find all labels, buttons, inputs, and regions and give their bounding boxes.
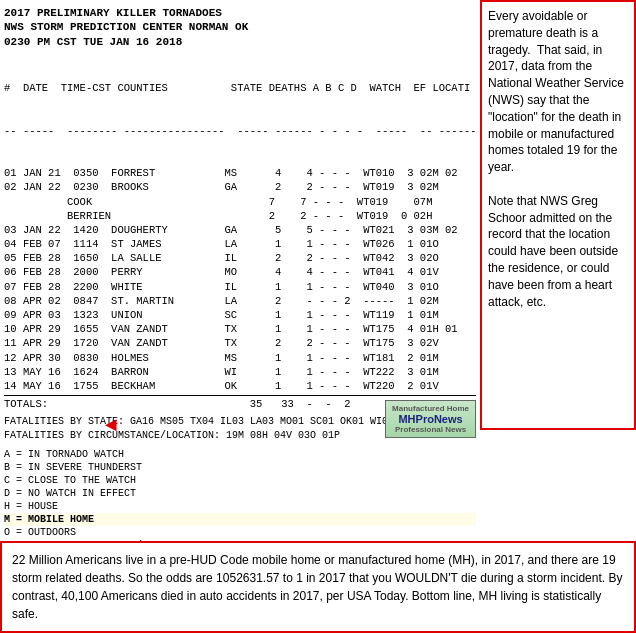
table-row: 07 FEB 28 2200 WHITE IL 1 1 - - - WT040 … (4, 280, 476, 294)
legend-item: B = IN SEVERE THUNDERST (4, 461, 476, 474)
table-row: BERRIEN 2 2 - - - WT019 0 02H (4, 209, 476, 223)
table-header: # DATE TIME-CST COUNTIES STATE DEATHS A … (4, 53, 476, 166)
legend-item: C = CLOSE TO THE WATCH (4, 474, 476, 487)
table-row: 14 MAY 16 1755 BECKHAM OK 1 1 - - - WT22… (4, 379, 476, 393)
table-row: 06 FEB 28 2000 PERRY MO 4 4 - - - WT041 … (4, 265, 476, 279)
table-row: COOK 7 7 - - - WT019 07M (4, 195, 476, 209)
table-row: 04 FEB 07 1114 ST JAMES LA 1 1 - - - WT0… (4, 237, 476, 251)
table-body: 01 JAN 21 0350 FORREST MS 4 4 - - - WT01… (4, 166, 476, 393)
title-line1: 2017 PRELIMINARY KILLER TORNADOES (4, 6, 476, 20)
legend-item: M = MOBILE HOME (4, 513, 476, 526)
right-panel-text: Every avoidable or premature death is a … (488, 9, 627, 309)
bottom-panel: 22 Million Americans live in a pre-HUD C… (0, 541, 636, 633)
table-row: 12 APR 30 0830 HOLMES MS 1 1 - - - WT181… (4, 351, 476, 365)
legend-item: O = OUTDOORS (4, 526, 476, 539)
main-container: 2017 PRELIMINARY KILLER TORNADOES NWS ST… (0, 0, 636, 633)
right-panel: Every avoidable or premature death is a … (480, 0, 636, 430)
col-headers: # DATE TIME-CST COUNTIES STATE DEATHS A … (4, 81, 476, 95)
title-line3: 0230 PM CST TUE JAN 16 2018 (4, 35, 476, 49)
col-separator: -- ----- -------- ---------------- -----… (4, 124, 476, 138)
table-row: 11 APR 29 1720 VAN ZANDT TX 2 2 - - - WT… (4, 336, 476, 350)
mhpronews-badge: Manufactured Home MHProNews Professional… (385, 400, 476, 438)
left-panel: 2017 PRELIMINARY KILLER TORNADOES NWS ST… (0, 0, 480, 633)
table-row: 02 JAN 22 0230 BROOKS GA 2 2 - - - WT019… (4, 180, 476, 194)
legend-item: H = HOUSE (4, 500, 476, 513)
table-row: 08 APR 02 0847 ST. MARTIN LA 2 - - - 2 -… (4, 294, 476, 308)
arrow-indicator: ◄ (105, 414, 117, 437)
legend-item: A = IN TORNADO WATCH (4, 448, 476, 461)
table-row: 01 JAN 21 0350 FORREST MS 4 4 - - - WT01… (4, 166, 476, 180)
table-row: 09 APR 03 1323 UNION SC 1 1 - - - WT119 … (4, 308, 476, 322)
legend-item: D = NO WATCH IN EFFECT (4, 487, 476, 500)
badge-text: MHProNews (392, 413, 469, 425)
table-row: 10 APR 29 1655 VAN ZANDT TX 1 1 - - - WT… (4, 322, 476, 336)
title-line2: NWS STORM PREDICTION CENTER NORMAN OK (4, 20, 476, 34)
bottom-panel-text: 22 Million Americans live in a pre-HUD C… (12, 553, 622, 621)
table-row: 13 MAY 16 1624 BARRON WI 1 1 - - - WT222… (4, 365, 476, 379)
table-row: 03 JAN 22 1420 DOUGHERTY GA 5 5 - - - WT… (4, 223, 476, 237)
table-row: 05 FEB 28 1650 LA SALLE IL 2 2 - - - WT0… (4, 251, 476, 265)
